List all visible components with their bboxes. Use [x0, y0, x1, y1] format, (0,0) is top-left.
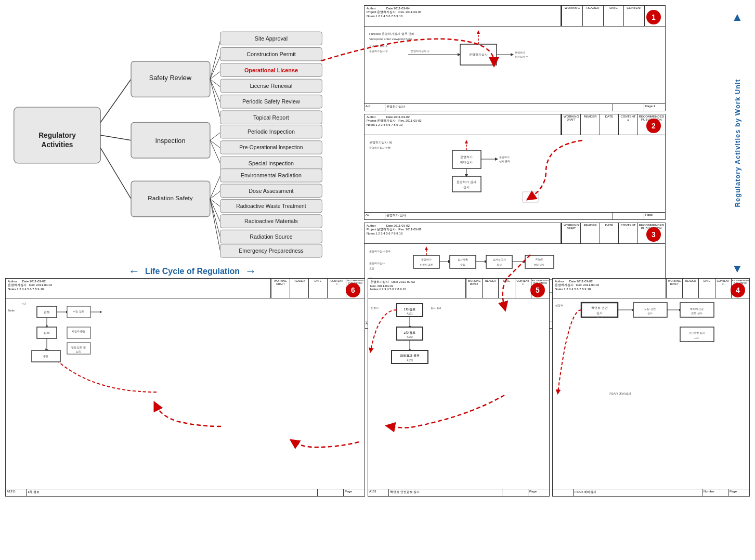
svg-text:운영허가: 운영허가 [515, 51, 525, 54]
d4-header: Author Date 2011-03-02 운영허가심사 Rev. 2011-… [553, 279, 749, 298]
svg-text:검토: 검토 [44, 310, 50, 314]
d6-project: 운영허가심사 Rev. 2011-03-02 [8, 283, 268, 288]
svg-text:작성: 작성 [497, 263, 502, 266]
top-section: Regulatory Activities Safety Review Insp… [5, 5, 750, 276]
svg-text:심의: 심의 [44, 331, 50, 334]
svg-text:A132: A132 [407, 335, 413, 338]
diagram-1-body: Purpose 운영허가심사 업무 관리 Viewpoint Enter vie… [365, 27, 665, 103]
d2-footer-number [613, 213, 644, 219]
svg-line-4 [100, 148, 131, 199]
d4-svg: 신청서 핵연료 연건 심사 A13 노심 관련 심사 A131 [553, 298, 749, 489]
svg-text:Radioactive Materials: Radioactive Materials [244, 218, 298, 224]
svg-line-31 [210, 140, 220, 163]
svg-text:심사 출력: 심사 출력 [499, 160, 510, 163]
diagram-box-2: 2 Author Date 2011-03-02 Project 운영허가심사 … [364, 114, 666, 220]
svg-text:노심 관련: 노심 관련 [644, 307, 655, 310]
svg-text:운영허가: 운영허가 [499, 155, 510, 159]
d1-project: Project 운영허가심사 Rev. 2011-03-04 [367, 10, 558, 15]
d3-notes: Notes 1 2 3 4 5 6 7 8 9 10 [367, 232, 558, 235]
diagram-3-header: Author Date 2011-03-02 Project 운영허가심사 Re… [365, 223, 665, 244]
svg-text:운영허가심사 수: 운영허가심사 수 [369, 49, 388, 53]
badge-2: 2 [646, 119, 661, 133]
svg-text:운영허가심사: 운영허가심사 [369, 262, 385, 265]
svg-text:종료: 종료 [43, 355, 48, 358]
svg-text:Radiation Source: Radiation Source [250, 233, 293, 240]
svg-text:심사 결과: 심사 결과 [431, 306, 441, 309]
svg-text:운영허가: 운영허가 [421, 258, 432, 261]
d4-page: Page [728, 489, 749, 496]
svg-text:Emergency Preparedness: Emergency Preparedness [239, 248, 303, 254]
main-container: Regulatory Activities Safety Review Insp… [0, 0, 755, 560]
svg-text:Site Approval: Site Approval [255, 35, 288, 42]
svg-text:Inspection: Inspection [155, 137, 185, 145]
svg-text:Dose Assessment: Dose Assessment [249, 188, 293, 194]
svg-text:허가심사 수: 허가심사 수 [515, 55, 528, 58]
svg-text:Operational License: Operational License [244, 67, 298, 73]
svg-text:Viewpoint Enter viewpoint here: Viewpoint Enter viewpoint here [369, 37, 412, 41]
svg-text:심사계획: 심사계획 [458, 258, 468, 261]
svg-text:Environmental Radiation: Environmental Radiation [241, 172, 302, 178]
lifecycle-left-arrow: ← [128, 265, 140, 278]
svg-marker-117 [425, 246, 428, 250]
svg-rect-130 [67, 327, 90, 338]
svg-text:운영허가: 운영허가 [460, 155, 473, 159]
svg-text:A131: A131 [407, 312, 413, 315]
svg-text:예비심사: 예비심사 [534, 263, 544, 266]
svg-marker-79 [465, 140, 468, 144]
d4-body: 신청서 핵연료 연건 심사 A13 노심 관련 심사 A131 [553, 298, 749, 489]
svg-text:License Renewal: License Renewal [250, 83, 292, 89]
d5-header: 운영허가심사 Date 2011-03-02 Rev. 2011-03-02 N… [368, 279, 549, 298]
diagram-2-body: 운영허가심사 목 운영허가심사 수행 운영허가 예비심사 운영허가 심사 심사 [365, 135, 665, 212]
d2-footer-page: Page [644, 213, 665, 219]
badge-5: 5 [530, 283, 545, 297]
svg-text:운영허가심사 소: 운영허가심사 소 [369, 44, 388, 47]
svg-line-38 [210, 176, 220, 199]
down-arrow-icon: ▼ [732, 262, 743, 276]
diagram-2-header: Author Date 2011-03-02 Project 운영허가심사 Re… [365, 114, 665, 135]
diagram-2-footer: A0 운영허가 심사 Page [365, 212, 665, 219]
svg-text:Construction Permit: Construction Permit [246, 51, 296, 57]
diagram-box-6: 6 Author Date 2011-03-02 운영허가심사 Rev. 201… [5, 278, 365, 497]
svg-text:Periodic Inspection: Periodic Inspection [248, 128, 295, 135]
svg-text:신규: 신규 [21, 302, 27, 305]
svg-text:발견 검토 및: 발견 검토 및 [71, 346, 86, 349]
d2-footer-title: 운영허가 심사 [385, 213, 613, 219]
svg-line-29 [210, 133, 220, 140]
diagram-box-4: 4 Author Date 2011-03-02 운영허가심사 Rev. 201… [552, 278, 750, 497]
d1-col3: DATE [603, 6, 624, 26]
svg-rect-74 [452, 176, 481, 192]
svg-text:수립: 수립 [460, 263, 465, 266]
d6-footer: A1311 1차 검토 Page [6, 489, 365, 496]
svg-text:신청서: 신청서 [555, 304, 563, 307]
svg-text:1차 검토: 1차 검토 [403, 308, 415, 311]
svg-text:요청: 요청 [369, 267, 374, 270]
svg-text:특허/재산권: 특허/재산권 [690, 308, 704, 310]
svg-text:A131: A131 [647, 316, 653, 319]
d1-footer-number [613, 104, 644, 111]
d6-header: Author Date 2011-03-02 운영허가심사 Rev. 2011-… [6, 279, 365, 298]
d4-node [553, 489, 574, 496]
badge-1: 1 [646, 10, 661, 24]
svg-text:핵연료 연건: 핵연료 연건 [591, 306, 608, 309]
d6-title: 1차 검토 [27, 489, 318, 496]
d4-number: Number [702, 489, 728, 496]
svg-text:Special Inspection: Special Inspection [249, 160, 294, 166]
svg-text:심사: 심사 [647, 311, 653, 315]
svg-line-3 [100, 135, 131, 140]
badge-4: 4 [731, 283, 745, 297]
svg-text:Periodic Safety Review: Periodic Safety Review [242, 98, 300, 105]
d1-notes: Notes 1 2 3 4 5 6 7 8 9 10 [367, 15, 558, 18]
svg-text:Topical Report: Topical Report [253, 114, 289, 121]
d6-body: 신규 Node 직전 검토 심의 수정 검토 [6, 298, 365, 489]
d5-footer: A131 핵연료 안전검토 심사 Page [368, 489, 549, 496]
svg-text:운영허가심사 수행: 운영허가심사 수행 [369, 146, 390, 149]
root-label: Regulatory [38, 132, 76, 139]
svg-text:FSAR 예비심사: FSAR 예비심사 [609, 392, 631, 395]
d6-svg: 신규 Node 직전 검토 심의 수정 검토 [6, 298, 365, 489]
right-side-panel: ▲ Regulatory Activities by Work Unit ▼ [725, 5, 750, 281]
d4-title: FSAR 예비심사 [574, 489, 702, 496]
svg-text:Activities: Activities [42, 141, 73, 149]
svg-text:PSAR: PSAR [536, 258, 543, 261]
d6-node: A1311 [6, 489, 27, 496]
d1-footer-node: A-0 [365, 104, 385, 111]
